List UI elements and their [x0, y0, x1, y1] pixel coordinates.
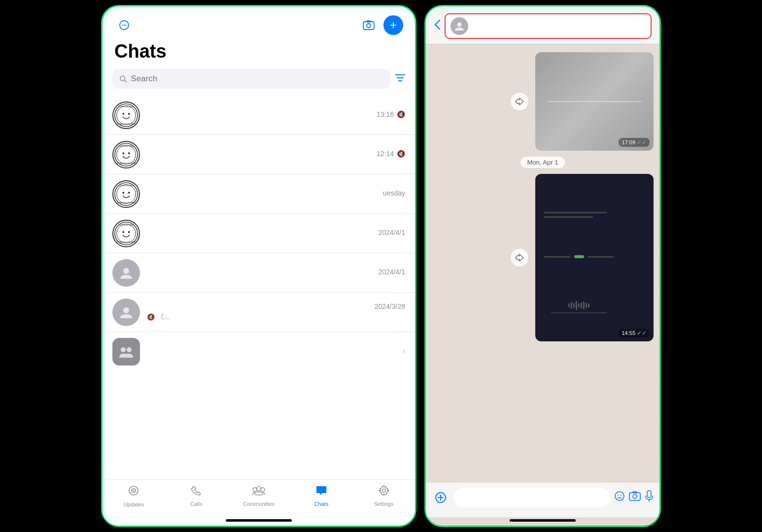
chat-input-bar	[426, 483, 659, 517]
svg-point-45	[261, 488, 265, 492]
tab-label: Chats	[314, 501, 328, 507]
calls-icon	[191, 485, 202, 499]
svg-text:IT'S A GOOD WEEK: IT'S A GOOD WEEK	[119, 184, 134, 186]
svg-point-21	[128, 152, 130, 154]
svg-point-25	[117, 184, 136, 203]
avatar: IT'S A GOOD WEEK TO HAVE A GOOD WEEK	[112, 101, 140, 129]
forward-button[interactable]	[511, 249, 528, 266]
svg-point-55	[633, 495, 637, 499]
chat-meta: 12:14 🔇	[147, 150, 405, 158]
home-indicator	[226, 519, 292, 522]
chat-time: 13:16	[377, 110, 394, 118]
add-attachment-button[interactable]	[432, 489, 450, 506]
list-item[interactable]: 2024/3/28 🔇 《...	[103, 293, 415, 332]
svg-point-27	[128, 192, 130, 194]
new-chat-button[interactable]: +	[383, 15, 403, 35]
tab-label: Calls	[190, 501, 202, 507]
filter-icon[interactable]	[395, 74, 405, 84]
svg-point-2	[124, 25, 125, 26]
contact-info-box[interactable]	[445, 13, 652, 39]
message-image: 17:09 ✓✓	[535, 52, 654, 151]
message-video: 14:55 ✓✓	[535, 174, 654, 341]
svg-point-47	[457, 23, 462, 27]
svg-point-43	[253, 488, 257, 492]
tab-updates[interactable]: Updates	[103, 485, 165, 507]
list-item[interactable]: IT'S A GOOD WEEK TO HAVE A GOOD WEEK ues…	[103, 174, 415, 214]
svg-rect-57	[647, 491, 651, 498]
message-row: 17:09 ✓✓	[432, 52, 654, 151]
svg-text:TO HAVE A GOOD WEEK: TO HAVE A GOOD WEEK	[116, 241, 136, 243]
camera-button[interactable]	[359, 15, 379, 35]
list-item[interactable]: IT'S A GOOD WEEK TO HAVE A GOOD WEEK 12:…	[103, 135, 415, 174]
chat-content: 2024/4/1	[147, 229, 405, 238]
tab-calls[interactable]: Calls	[165, 485, 228, 507]
chat-meta: uesday	[147, 189, 405, 197]
svg-point-36	[123, 268, 129, 274]
contact-avatar	[450, 17, 468, 35]
tab-label: Updates	[124, 501, 144, 507]
forward-button[interactable]	[511, 93, 528, 110]
svg-point-33	[128, 231, 130, 233]
preview-text: 《...	[157, 312, 171, 322]
voice-message-button[interactable]	[645, 490, 654, 505]
back-button[interactable]	[434, 19, 441, 33]
svg-text:IT'S A GOOD WEEK: IT'S A GOOD WEEK	[119, 145, 134, 147]
search-input[interactable]	[131, 74, 383, 84]
list-item[interactable]: ›	[103, 332, 415, 371]
svg-text:TO HAVE A GOOD WEEK: TO HAVE A GOOD WEEK	[116, 202, 136, 204]
video-content	[539, 178, 619, 337]
chat-header	[426, 6, 659, 44]
mute-icon: 🔇	[397, 110, 405, 118]
chat-content: 12:14 🔇	[147, 150, 405, 160]
tab-communities[interactable]: Communities	[228, 485, 290, 507]
svg-point-37	[123, 307, 129, 313]
svg-point-14	[122, 113, 124, 115]
search-box[interactable]	[112, 69, 390, 89]
communities-icon	[252, 485, 265, 499]
svg-rect-4	[363, 22, 374, 30]
settings-icon	[379, 485, 389, 499]
svg-point-26	[122, 192, 124, 194]
list-item[interactable]: 2024/4/1	[103, 253, 415, 293]
chat-content: 2024/4/1	[147, 268, 405, 278]
tab-settings[interactable]: Settings	[352, 485, 415, 507]
chat-time: 2024/4/1	[379, 229, 406, 236]
menu-button[interactable]	[114, 15, 134, 35]
chat-preview: 🔇 《...	[147, 312, 405, 322]
chat-view-panel: 17:09 ✓✓ Mon, Apr 1	[424, 5, 661, 527]
emoji-button[interactable]	[614, 491, 625, 504]
time-text: 17:09	[622, 139, 635, 145]
chat-time: 2024/3/28	[375, 302, 405, 310]
avatar: IT'S A GOOD WEEK TO HAVE A GOOD WEEK	[112, 141, 140, 168]
svg-text:IT'S A GOOD WEEK: IT'S A GOOD WEEK	[119, 224, 134, 226]
svg-point-19	[117, 145, 136, 164]
list-item[interactable]: IT'S A GOOD WEEK TO HAVE A GOOD WEEK 202…	[103, 214, 415, 253]
camera-attachment-button[interactable]	[629, 491, 641, 504]
message-time: 14:55 ✓✓	[619, 329, 650, 337]
svg-rect-54	[629, 493, 640, 500]
chat-time: 2024/4/1	[379, 268, 406, 276]
tab-label: Communities	[243, 501, 275, 507]
tab-chats[interactable]: Chats	[290, 485, 352, 507]
svg-line-8	[125, 80, 127, 82]
read-checkmarks: ✓✓	[637, 139, 647, 146]
time-text: 14:55	[622, 330, 635, 336]
page-title: Chats	[103, 39, 415, 69]
svg-point-52	[618, 495, 619, 496]
chat-time: uesday	[383, 189, 405, 197]
chat-content: 2024/3/28 🔇 《...	[147, 302, 405, 322]
search-row	[112, 69, 405, 89]
home-indicator	[510, 519, 576, 522]
chats-icon	[315, 485, 327, 499]
svg-point-13	[117, 105, 136, 125]
svg-text:IT'S A GOOD WEEK: IT'S A GOOD WEEK	[119, 105, 134, 107]
chat-meta: 2024/4/1	[147, 229, 405, 236]
updates-icon	[128, 485, 139, 499]
message-input[interactable]	[453, 488, 610, 507]
message-time: 17:09 ✓✓	[619, 138, 650, 147]
list-item[interactable]: IT'S A GOOD WEEK TO HAVE A GOOD WEEK 13:…	[103, 96, 415, 135]
read-checkmarks: ✓✓	[637, 330, 647, 336]
chat-content: ›	[147, 346, 405, 358]
search-icon	[119, 75, 127, 83]
svg-point-15	[128, 113, 130, 115]
